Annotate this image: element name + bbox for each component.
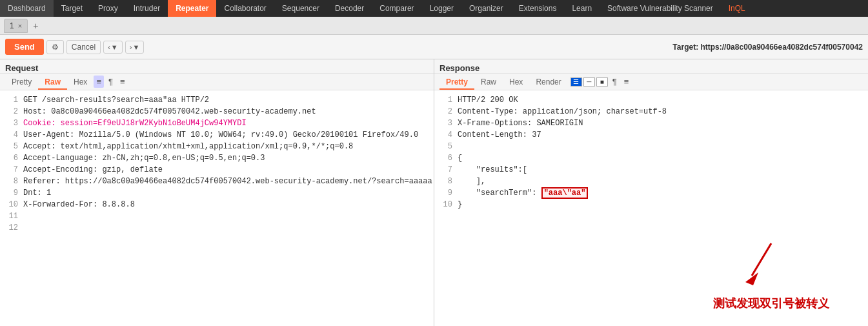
- back-icon: ‹: [108, 43, 110, 51]
- response-tabs: Pretty Raw Hex Render ☰ ─ ■ ¶ ≡: [434, 74, 868, 90]
- table-row: 11: [5, 210, 429, 222]
- request-panel-header: Request: [0, 59, 434, 74]
- table-row: 8Referer: https://0a8c00a90466ea4082dc57…: [5, 176, 429, 187]
- nav-organizer[interactable]: Organizer: [461, 0, 511, 17]
- table-row: 1GET /search-results?search=aaa"aa HTTP/…: [5, 94, 429, 106]
- request-body[interactable]: 1GET /search-results?search=aaa"aa HTTP/…: [0, 90, 434, 326]
- forward-icon: ›: [130, 43, 132, 51]
- settings-button[interactable]: ⚙: [46, 40, 64, 54]
- nav-svs[interactable]: Software Vulnerability Scanner: [600, 0, 721, 17]
- table-row: 10}: [439, 199, 863, 210]
- annotation-text: 测试发现双引号被转义: [713, 296, 829, 313]
- nav-collaborator[interactable]: Collaborator: [216, 0, 274, 17]
- annotation-arrow: [713, 240, 829, 296]
- highlighted-value: "aaa\"aa": [541, 187, 589, 199]
- dropdown2-icon: ▼: [132, 43, 139, 51]
- view-split-icon[interactable]: ☰: [570, 77, 582, 87]
- table-row: 12: [5, 222, 429, 234]
- view-grid-icon[interactable]: ■: [596, 77, 608, 87]
- nav-repeater[interactable]: Repeater: [168, 0, 216, 17]
- tab-label: 1: [10, 21, 14, 30]
- annotation-area: 测试发现双引号被转义: [713, 240, 829, 313]
- nav-forward-button[interactable]: › ▼: [125, 41, 145, 54]
- target-info: Target: https://0a8c00a90466ea4082dc574f…: [672, 43, 863, 52]
- table-row: 6{: [439, 152, 863, 164]
- table-row: 2Host: 0a8c00a90466ea4082dc574f00570042.…: [5, 106, 429, 117]
- request-view-menu[interactable]: ≡: [117, 76, 128, 88]
- request-tab-hex[interactable]: Hex: [67, 76, 94, 90]
- nav-inql[interactable]: InQL: [721, 0, 753, 17]
- table-row: 4User-Agent: Mozilla/5.0 (Windows NT 10.…: [5, 129, 429, 141]
- dropdown-icon: ▼: [111, 43, 118, 51]
- table-row: 10X-Forwarded-For: 8.8.8.8: [5, 199, 429, 210]
- table-row: 5: [439, 141, 863, 152]
- response-panel: Response Pretty Raw Hex Render ☰ ─ ■ ¶ ≡: [434, 59, 868, 326]
- table-row: 2Content-Type: application/json; charset…: [439, 106, 863, 117]
- table-row: 9Dnt: 1: [5, 187, 429, 199]
- tab-close-icon[interactable]: ×: [18, 22, 22, 30]
- nav-sequencer[interactable]: Sequencer: [274, 0, 327, 17]
- nav-learn[interactable]: Learn: [564, 0, 600, 17]
- table-row: 5Accept: text/html,application/xhtml+xml…: [5, 141, 429, 152]
- response-tab-hex[interactable]: Hex: [503, 76, 529, 90]
- nav-intruder[interactable]: Intruder: [126, 0, 168, 17]
- nav-extensions[interactable]: Extensions: [511, 0, 565, 17]
- view-list-icon[interactable]: ─: [583, 77, 595, 87]
- response-tab-raw[interactable]: Raw: [474, 76, 503, 90]
- nav-comparer[interactable]: Comparer: [372, 0, 421, 17]
- table-row: 8 ],: [439, 176, 863, 187]
- toolbar: Send ⚙ Cancel ‹ ▼ › ▼ Target: https://0a…: [0, 35, 868, 59]
- nav-dashboard[interactable]: Dashboard: [0, 0, 54, 17]
- nav-decoder[interactable]: Decoder: [327, 0, 372, 17]
- table-row: 7 "results":[: [439, 164, 863, 176]
- tab-bar: 1 × +: [0, 17, 868, 35]
- nav-back-forward[interactable]: ‹ ▼: [103, 41, 123, 54]
- table-row: 3Cookie: session=Ef9eUJ18rW2KybN1oBeUM4j…: [5, 117, 429, 129]
- response-body[interactable]: 1HTTP/2 200 OK2Content-Type: application…: [434, 90, 868, 326]
- table-row: 1HTTP/2 200 OK: [439, 94, 863, 106]
- svg-line-0: [752, 243, 771, 276]
- main-content: Request Pretty Raw Hex ≡ ¶ ≡ 1GET /searc…: [0, 59, 868, 326]
- request-panel: Request Pretty Raw Hex ≡ ¶ ≡ 1GET /searc…: [0, 59, 434, 326]
- request-view-newline[interactable]: ¶: [106, 76, 116, 88]
- table-row: 6Accept-Language: zh-CN,zh;q=0.8,en-US;q…: [5, 152, 429, 164]
- nav-target[interactable]: Target: [54, 0, 90, 17]
- response-tab-render[interactable]: Render: [529, 76, 567, 90]
- table-row: 7Accept-Encoding: gzip, deflate: [5, 164, 429, 176]
- response-tab-pretty[interactable]: Pretty: [439, 76, 474, 90]
- response-panel-header: Response: [434, 59, 868, 74]
- response-view-newline[interactable]: ¶: [610, 76, 620, 88]
- repeater-tab-1[interactable]: 1 ×: [4, 19, 28, 33]
- table-row: 3X-Frame-Options: SAMEORIGIN: [439, 117, 863, 129]
- request-tabs: Pretty Raw Hex ≡ ¶ ≡: [0, 74, 434, 90]
- request-tab-pretty[interactable]: Pretty: [5, 76, 38, 90]
- table-row: 4Content-Length: 37: [439, 129, 863, 141]
- nav-proxy[interactable]: Proxy: [90, 0, 126, 17]
- tab-add-button[interactable]: +: [29, 19, 42, 32]
- request-view-wrap[interactable]: ≡: [94, 76, 104, 88]
- top-nav: Dashboard Target Proxy Intruder Repeater…: [0, 0, 868, 17]
- table-row: 9 "searchTerm": "aaa\"aa": [439, 187, 863, 199]
- nav-logger[interactable]: Logger: [422, 0, 461, 17]
- send-button[interactable]: Send: [5, 39, 44, 55]
- response-view-menu[interactable]: ≡: [621, 76, 632, 88]
- cancel-button[interactable]: Cancel: [66, 40, 101, 54]
- request-tab-raw[interactable]: Raw: [38, 76, 67, 90]
